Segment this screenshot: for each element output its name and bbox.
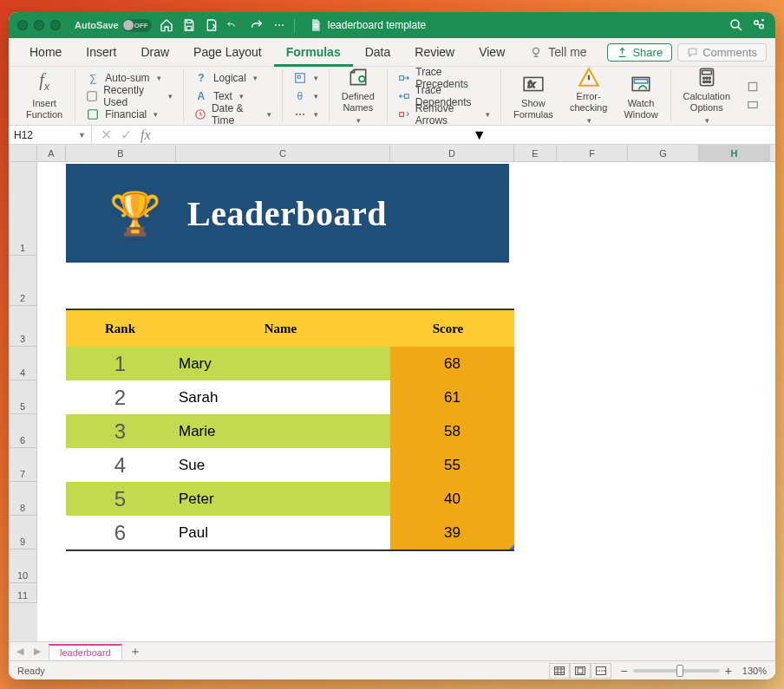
show-formulas-button[interactable]: fx Show Formulas bbox=[506, 68, 560, 124]
col-H[interactable]: H bbox=[699, 145, 770, 161]
cell-rank: 1 bbox=[66, 352, 174, 376]
fx-icon[interactable]: fx bbox=[140, 127, 151, 143]
save-icon[interactable] bbox=[181, 17, 197, 33]
watch-window-button[interactable]: Watch Window bbox=[617, 68, 664, 124]
insert-function-button[interactable]: fx Insert Function bbox=[19, 68, 69, 124]
tab-page-layout[interactable]: Page Layout bbox=[181, 38, 274, 67]
tab-review[interactable]: Review bbox=[402, 38, 467, 67]
tab-view[interactable]: View bbox=[467, 38, 517, 67]
search-icon[interactable] bbox=[728, 17, 744, 33]
status-ready: Ready bbox=[17, 666, 45, 676]
row-4[interactable]: 4 bbox=[9, 347, 37, 380]
defined-names-button[interactable]: Defined Names▾ bbox=[335, 62, 382, 130]
recently-used-button[interactable]: Recently Used▾ bbox=[81, 88, 178, 105]
calc-sheet-button[interactable] bbox=[741, 96, 765, 114]
row-3[interactable]: 3 bbox=[9, 306, 37, 347]
logical-button[interactable]: ?Logical▾ bbox=[189, 69, 277, 87]
col-G[interactable]: G bbox=[628, 145, 699, 161]
cancel-formula-icon[interactable]: ✕ bbox=[101, 127, 112, 143]
svg-rect-6 bbox=[88, 91, 97, 101]
calculation-options-button[interactable]: Calculation Options▾ bbox=[676, 62, 737, 130]
svg-rect-31 bbox=[578, 668, 583, 673]
accept-formula-icon[interactable]: ✓ bbox=[121, 127, 132, 143]
share-top-icon[interactable] bbox=[751, 17, 767, 33]
row-6[interactable]: 6 bbox=[9, 414, 37, 448]
col-B[interactable]: B bbox=[66, 145, 176, 161]
row-8[interactable]: 8 bbox=[9, 482, 37, 516]
save2-icon[interactable] bbox=[204, 17, 219, 33]
view-normal-button[interactable] bbox=[549, 663, 570, 679]
svg-point-23 bbox=[709, 77, 710, 79]
remove-arrows-button[interactable]: Remove Arrows▾ bbox=[393, 106, 495, 123]
autosave-toggle[interactable]: AutoSave OFF bbox=[75, 19, 152, 32]
row-5[interactable]: 5 bbox=[9, 380, 37, 414]
view-page-layout-button[interactable] bbox=[570, 663, 591, 679]
zoom-in-button[interactable]: + bbox=[725, 664, 732, 678]
row-10[interactable]: 10 bbox=[9, 549, 37, 583]
add-sheet-button[interactable]: ＋ bbox=[127, 644, 143, 660]
zoom-slider[interactable] bbox=[633, 669, 720, 673]
sheet-prev-icon[interactable]: ◀ bbox=[14, 646, 26, 657]
share-button[interactable]: Share bbox=[607, 43, 672, 62]
table-row: 3Marie bbox=[66, 414, 390, 448]
table-resize-handle[interactable] bbox=[509, 544, 514, 549]
cell-score: 68 bbox=[390, 347, 514, 380]
cell-name: Mary bbox=[174, 355, 387, 373]
col-C[interactable]: C bbox=[176, 145, 390, 161]
home-icon[interactable] bbox=[159, 17, 174, 33]
formula-expand-icon[interactable]: ▼ bbox=[467, 126, 775, 144]
redo-icon[interactable] bbox=[249, 17, 265, 33]
tab-insert[interactable]: Insert bbox=[74, 38, 128, 67]
cell-score: 61 bbox=[390, 380, 514, 414]
namebox-dropdown-icon[interactable]: ▼ bbox=[78, 131, 86, 140]
minimize-window[interactable] bbox=[34, 20, 44, 30]
svg-point-25 bbox=[706, 81, 708, 82]
cell-rank: 6 bbox=[66, 521, 174, 545]
text-icon: A bbox=[194, 89, 208, 103]
row-1[interactable]: 1 bbox=[9, 162, 37, 256]
cell-name: Sue bbox=[174, 457, 387, 474]
col-E[interactable]: E bbox=[514, 145, 557, 161]
zoom-out-button[interactable]: − bbox=[620, 664, 627, 678]
col-F[interactable]: F bbox=[557, 145, 628, 161]
financial-button[interactable]: Financial▾ bbox=[81, 106, 178, 123]
calc-now-button[interactable] bbox=[741, 78, 765, 95]
table-row: 6Paul bbox=[66, 516, 390, 549]
row-11[interactable]: 11 bbox=[9, 583, 37, 603]
svg-point-26 bbox=[709, 81, 710, 82]
error-checking-button[interactable]: Error-checking▾ bbox=[560, 62, 617, 130]
cell-name: Paul bbox=[174, 524, 387, 542]
lookup-button[interactable]: ▾ bbox=[288, 69, 323, 87]
zoom-level[interactable]: 130% bbox=[742, 666, 767, 676]
formula-bar[interactable] bbox=[160, 126, 467, 144]
tab-draw[interactable]: Draw bbox=[128, 38, 181, 67]
grid[interactable]: 1234567891011 🏆LeaderboardRankNameScore1… bbox=[9, 162, 775, 641]
close-window[interactable] bbox=[17, 20, 28, 30]
row-9[interactable]: 9 bbox=[9, 516, 37, 549]
tab-home[interactable]: Home bbox=[17, 38, 74, 67]
math-button[interactable]: θ▾ bbox=[288, 88, 323, 105]
row-7[interactable]: 7 bbox=[9, 448, 37, 482]
col-D[interactable]: D bbox=[390, 145, 514, 161]
more-icon[interactable]: ⋯ bbox=[271, 17, 287, 33]
autosave-label: AutoSave bbox=[75, 20, 119, 30]
zoom-window[interactable] bbox=[50, 20, 61, 30]
sheet-next-icon[interactable]: ▶ bbox=[31, 646, 43, 657]
excel-window: AutoSave OFF ▾ ⋯ leaderboard template Ho… bbox=[9, 12, 775, 679]
sheet-tab-leaderboard[interactable]: leaderboard bbox=[49, 644, 122, 660]
name-box[interactable]: H12▼ bbox=[9, 126, 92, 144]
select-all-corner[interactable] bbox=[9, 145, 37, 161]
datetime-button[interactable]: Date & Time▾ bbox=[189, 106, 277, 123]
cells-area[interactable]: 🏆LeaderboardRankNameScore1Mary682Sarah61… bbox=[37, 162, 775, 641]
more-fn-button[interactable]: ⋯▾ bbox=[288, 106, 323, 123]
svg-text:fx: fx bbox=[527, 79, 535, 89]
trophy-icon: 🏆 bbox=[109, 189, 161, 238]
leaderboard-banner: 🏆Leaderboard bbox=[66, 164, 509, 263]
col-A[interactable]: A bbox=[37, 145, 66, 161]
autosave-switch[interactable]: OFF bbox=[122, 19, 152, 32]
formula-bar-row: H12▼ ✕ ✓ fx ▼ bbox=[9, 126, 775, 145]
row-2[interactable]: 2 bbox=[9, 256, 37, 306]
undo-icon[interactable]: ▾ bbox=[226, 17, 242, 33]
view-page-break-button[interactable] bbox=[591, 663, 611, 679]
comments-button[interactable]: Comments bbox=[677, 43, 767, 62]
